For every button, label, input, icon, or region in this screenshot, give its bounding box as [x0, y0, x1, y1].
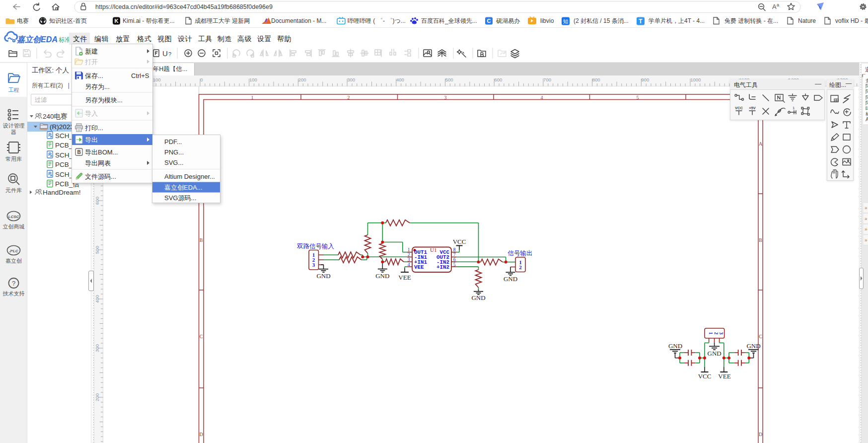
svg-text:VCC: VCC: [698, 372, 712, 380]
svg-text:-IN2: -IN2: [436, 259, 449, 265]
svg-text:HandDream!: HandDream!: [43, 189, 81, 196]
svg-text:1: 1: [519, 259, 522, 265]
svg-text:2: 2: [312, 257, 315, 263]
svg-text:D: D: [759, 432, 762, 437]
svg-text:知识社区-首页: 知识社区-首页: [49, 17, 87, 24]
svg-text:Ctrl+S: Ctrl+S: [131, 72, 149, 79]
svg-text:阿: 阿: [866, 83, 868, 89]
svg-text:A: A: [759, 141, 763, 147]
svg-text:C: C: [487, 18, 491, 24]
svg-text:B: B: [77, 149, 80, 155]
svg-text:SVG源码...: SVG源码...: [164, 194, 196, 202]
svg-text:哔哩哔哩 ( ゜- ゜)つ...: 哔哩哔哩 ( ゜- ゜)つ...: [348, 17, 406, 24]
svg-text:8: 8: [453, 247, 456, 252]
svg-text:OUT2: OUT2: [436, 254, 449, 260]
svg-text:VEE: VEE: [718, 372, 730, 380]
svg-text:VCC: VCC: [440, 249, 450, 255]
svg-text:C: C: [759, 334, 762, 339]
svg-text:知: 知: [563, 18, 569, 24]
svg-text:成都理工大学 迎新网: 成都理工大学 迎新网: [195, 17, 250, 24]
svg-text:+IN2: +IN2: [436, 264, 449, 270]
svg-text:3: 3: [719, 332, 724, 335]
svg-text:»: »: [865, 205, 868, 211]
svg-text:打印...: 打印...: [85, 124, 103, 132]
svg-text:LCSC: LCSC: [8, 215, 19, 219]
svg-text:1: 1: [251, 95, 254, 100]
svg-text:4: 4: [541, 95, 543, 100]
svg-text:标: 标: [865, 111, 868, 117]
svg-text:Altium Designer...: Altium Designer...: [164, 173, 215, 180]
svg-text:GND: GND: [504, 275, 517, 283]
svg-text:A: A: [772, 3, 777, 10]
svg-text:保存...: 保存...: [85, 72, 103, 79]
svg-text:A: A: [866, 117, 868, 122]
svg-text:K: K: [115, 18, 119, 24]
svg-text:查: 查: [866, 78, 868, 83]
svg-text:元件库: 元件库: [5, 187, 22, 193]
svg-text:砚湖易办: 砚湖易办: [496, 17, 520, 24]
svg-text:3: 3: [444, 95, 447, 100]
svg-text:学单片机，上4T - 4...: 学单片机，上4T - 4...: [649, 17, 705, 24]
svg-text:嘉立创: 嘉立创: [5, 258, 22, 264]
svg-text:Kimi.ai - 帮你看更...: Kimi.ai - 帮你看更...: [123, 17, 175, 24]
svg-text:PNG...: PNG...: [164, 148, 184, 156]
svg-text:D: D: [199, 432, 203, 437]
svg-text:PDF...: PDF...: [164, 138, 182, 146]
svg-text:2: 2: [348, 95, 350, 100]
svg-text:百度百科_全球领先...: 百度百科_全球领先...: [421, 17, 477, 24]
svg-text:常用库: 常用库: [5, 156, 22, 162]
svg-text:»: »: [865, 226, 868, 232]
svg-text:5: 5: [453, 262, 456, 267]
svg-text:1: 1: [408, 247, 410, 252]
svg-text:电赛: 电赛: [17, 17, 29, 24]
svg-text:3: 3: [312, 262, 315, 268]
svg-text:OUT1: OUT1: [414, 249, 427, 255]
svg-text:免费 进制转换 - 在...: 免费 进制转换 - 在...: [724, 17, 778, 24]
svg-text:1: 1: [708, 332, 714, 335]
svg-text:»: »: [865, 237, 868, 243]
svg-text:240电赛: 240电赛: [43, 113, 68, 120]
svg-text:(2 封私信 / 15 条消...: (2 封私信 / 15 条消...: [574, 17, 629, 24]
svg-text:GND: GND: [316, 272, 330, 280]
svg-text:U1: U1: [430, 247, 436, 253]
svg-text:7: 7: [453, 252, 456, 257]
svg-text:2: 2: [714, 332, 719, 335]
svg-text:voflix HD - 最: voflix HD - 最: [835, 17, 868, 24]
svg-text:-IN1: -IN1: [414, 254, 427, 260]
svg-text:新建: 新建: [85, 48, 98, 55]
svg-text:工程: 工程: [8, 87, 19, 93]
svg-text:1: 1: [793, 106, 795, 110]
svg-text:SVG...: SVG...: [164, 159, 183, 166]
svg-text:导出网表: 导出网表: [85, 159, 111, 167]
svg-text:a: a: [777, 2, 779, 7]
svg-text:?: ?: [168, 51, 171, 57]
svg-text:1: 1: [312, 252, 315, 258]
svg-text:另存为...: 另存为...: [85, 83, 110, 90]
svg-text:导出BOM...: 导出BOM...: [85, 148, 118, 156]
svg-text:B: B: [759, 237, 762, 243]
svg-text:阿: 阿: [866, 95, 868, 100]
svg-text:吗: 吗: [866, 106, 868, 111]
svg-text:+5V: +5V: [749, 106, 756, 110]
svg-text:5: 5: [637, 95, 639, 100]
svg-text:立创商城: 立创商城: [3, 223, 25, 229]
svg-text:GND: GND: [668, 342, 682, 350]
svg-text:VCC: VCC: [735, 106, 743, 110]
svg-text:C: C: [200, 334, 203, 339]
svg-text:文件源码...: 文件源码...: [85, 173, 116, 180]
svg-text:器: 器: [11, 129, 16, 135]
svg-text:设计管理: 设计管理: [3, 123, 25, 129]
svg-text:嘉立创EDA...: 嘉立创EDA...: [164, 184, 203, 191]
svg-text:libvio: libvio: [540, 17, 554, 24]
svg-text:Nature: Nature: [798, 17, 816, 24]
svg-text:导入: 导入: [85, 110, 98, 117]
svg-text:J*LC: J*LC: [9, 249, 18, 253]
svg-text:»: »: [865, 216, 868, 222]
svg-text:?: ?: [12, 280, 15, 287]
svg-text:U: U: [162, 49, 168, 58]
svg-text:技术支持: 技术支持: [3, 291, 25, 296]
svg-text:https://lceda.cn/editor#id=963: https://lceda.cn/editor#id=963ce47cd04b4…: [95, 3, 273, 10]
svg-text:打开: 打开: [85, 58, 98, 66]
svg-text:嘉立创EDA: 嘉立创EDA: [17, 35, 58, 44]
svg-text:4: 4: [408, 262, 410, 267]
